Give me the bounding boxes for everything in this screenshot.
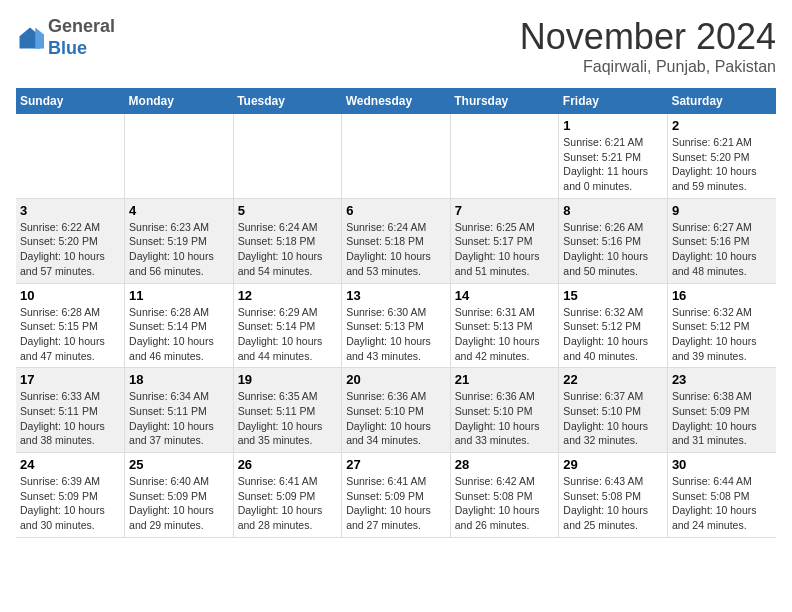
svg-marker-1: [35, 27, 44, 48]
day-info: Sunrise: 6:38 AM Sunset: 5:09 PM Dayligh…: [672, 389, 772, 448]
logo-blue: Blue: [48, 38, 115, 60]
calendar-day-cell: 24Sunrise: 6:39 AM Sunset: 5:09 PM Dayli…: [16, 453, 125, 538]
day-number: 4: [129, 203, 229, 218]
calendar-day-cell: 30Sunrise: 6:44 AM Sunset: 5:08 PM Dayli…: [667, 453, 776, 538]
day-number: 7: [455, 203, 555, 218]
day-info: Sunrise: 6:32 AM Sunset: 5:12 PM Dayligh…: [563, 305, 663, 364]
calendar-day-cell: 5Sunrise: 6:24 AM Sunset: 5:18 PM Daylig…: [233, 198, 342, 283]
weekday-header: Wednesday: [342, 88, 451, 114]
day-number: 17: [20, 372, 120, 387]
day-info: Sunrise: 6:39 AM Sunset: 5:09 PM Dayligh…: [20, 474, 120, 533]
calendar-week-row: 1Sunrise: 6:21 AM Sunset: 5:21 PM Daylig…: [16, 114, 776, 198]
weekday-header: Saturday: [667, 88, 776, 114]
empty-day-cell: [16, 114, 125, 198]
calendar-day-cell: 18Sunrise: 6:34 AM Sunset: 5:11 PM Dayli…: [125, 368, 234, 453]
calendar-day-cell: 13Sunrise: 6:30 AM Sunset: 5:13 PM Dayli…: [342, 283, 451, 368]
calendar-week-row: 10Sunrise: 6:28 AM Sunset: 5:15 PM Dayli…: [16, 283, 776, 368]
day-number: 1: [563, 118, 663, 133]
day-number: 11: [129, 288, 229, 303]
calendar-day-cell: 14Sunrise: 6:31 AM Sunset: 5:13 PM Dayli…: [450, 283, 559, 368]
weekday-header: Thursday: [450, 88, 559, 114]
calendar-day-cell: 3Sunrise: 6:22 AM Sunset: 5:20 PM Daylig…: [16, 198, 125, 283]
day-info: Sunrise: 6:29 AM Sunset: 5:14 PM Dayligh…: [238, 305, 338, 364]
weekday-header: Tuesday: [233, 88, 342, 114]
calendar-day-cell: 23Sunrise: 6:38 AM Sunset: 5:09 PM Dayli…: [667, 368, 776, 453]
empty-day-cell: [342, 114, 451, 198]
calendar-day-cell: 16Sunrise: 6:32 AM Sunset: 5:12 PM Dayli…: [667, 283, 776, 368]
day-info: Sunrise: 6:21 AM Sunset: 5:20 PM Dayligh…: [672, 135, 772, 194]
calendar-day-cell: 17Sunrise: 6:33 AM Sunset: 5:11 PM Dayli…: [16, 368, 125, 453]
day-number: 27: [346, 457, 446, 472]
page-header: General Blue November 2024 Faqirwali, Pu…: [16, 16, 776, 76]
day-number: 30: [672, 457, 772, 472]
calendar-day-cell: 25Sunrise: 6:40 AM Sunset: 5:09 PM Dayli…: [125, 453, 234, 538]
calendar-day-cell: 15Sunrise: 6:32 AM Sunset: 5:12 PM Dayli…: [559, 283, 668, 368]
day-info: Sunrise: 6:36 AM Sunset: 5:10 PM Dayligh…: [346, 389, 446, 448]
calendar-day-cell: 8Sunrise: 6:26 AM Sunset: 5:16 PM Daylig…: [559, 198, 668, 283]
calendar-day-cell: 27Sunrise: 6:41 AM Sunset: 5:09 PM Dayli…: [342, 453, 451, 538]
weekday-header-row: SundayMondayTuesdayWednesdayThursdayFrid…: [16, 88, 776, 114]
empty-day-cell: [233, 114, 342, 198]
day-info: Sunrise: 6:43 AM Sunset: 5:08 PM Dayligh…: [563, 474, 663, 533]
day-number: 3: [20, 203, 120, 218]
day-number: 24: [20, 457, 120, 472]
day-number: 25: [129, 457, 229, 472]
logo-text: General Blue: [48, 16, 115, 59]
calendar-day-cell: 22Sunrise: 6:37 AM Sunset: 5:10 PM Dayli…: [559, 368, 668, 453]
day-number: 20: [346, 372, 446, 387]
day-number: 22: [563, 372, 663, 387]
weekday-header: Monday: [125, 88, 234, 114]
day-info: Sunrise: 6:41 AM Sunset: 5:09 PM Dayligh…: [238, 474, 338, 533]
month-title: November 2024: [520, 16, 776, 58]
day-number: 10: [20, 288, 120, 303]
day-info: Sunrise: 6:41 AM Sunset: 5:09 PM Dayligh…: [346, 474, 446, 533]
title-area: November 2024 Faqirwali, Punjab, Pakista…: [520, 16, 776, 76]
day-info: Sunrise: 6:44 AM Sunset: 5:08 PM Dayligh…: [672, 474, 772, 533]
logo-icon: [16, 24, 44, 52]
day-info: Sunrise: 6:30 AM Sunset: 5:13 PM Dayligh…: [346, 305, 446, 364]
calendar-day-cell: 21Sunrise: 6:36 AM Sunset: 5:10 PM Dayli…: [450, 368, 559, 453]
day-info: Sunrise: 6:24 AM Sunset: 5:18 PM Dayligh…: [346, 220, 446, 279]
calendar-day-cell: 26Sunrise: 6:41 AM Sunset: 5:09 PM Dayli…: [233, 453, 342, 538]
calendar-day-cell: 1Sunrise: 6:21 AM Sunset: 5:21 PM Daylig…: [559, 114, 668, 198]
day-info: Sunrise: 6:33 AM Sunset: 5:11 PM Dayligh…: [20, 389, 120, 448]
calendar-day-cell: 12Sunrise: 6:29 AM Sunset: 5:14 PM Dayli…: [233, 283, 342, 368]
calendar-day-cell: 7Sunrise: 6:25 AM Sunset: 5:17 PM Daylig…: [450, 198, 559, 283]
day-info: Sunrise: 6:21 AM Sunset: 5:21 PM Dayligh…: [563, 135, 663, 194]
calendar-day-cell: 20Sunrise: 6:36 AM Sunset: 5:10 PM Dayli…: [342, 368, 451, 453]
day-info: Sunrise: 6:28 AM Sunset: 5:15 PM Dayligh…: [20, 305, 120, 364]
day-number: 26: [238, 457, 338, 472]
calendar-day-cell: 28Sunrise: 6:42 AM Sunset: 5:08 PM Dayli…: [450, 453, 559, 538]
day-info: Sunrise: 6:37 AM Sunset: 5:10 PM Dayligh…: [563, 389, 663, 448]
calendar-day-cell: 10Sunrise: 6:28 AM Sunset: 5:15 PM Dayli…: [16, 283, 125, 368]
day-number: 5: [238, 203, 338, 218]
day-info: Sunrise: 6:34 AM Sunset: 5:11 PM Dayligh…: [129, 389, 229, 448]
calendar-week-row: 17Sunrise: 6:33 AM Sunset: 5:11 PM Dayli…: [16, 368, 776, 453]
logo-general: General: [48, 16, 115, 38]
day-info: Sunrise: 6:32 AM Sunset: 5:12 PM Dayligh…: [672, 305, 772, 364]
day-number: 14: [455, 288, 555, 303]
day-info: Sunrise: 6:28 AM Sunset: 5:14 PM Dayligh…: [129, 305, 229, 364]
day-number: 29: [563, 457, 663, 472]
calendar-day-cell: 4Sunrise: 6:23 AM Sunset: 5:19 PM Daylig…: [125, 198, 234, 283]
calendar-day-cell: 19Sunrise: 6:35 AM Sunset: 5:11 PM Dayli…: [233, 368, 342, 453]
day-info: Sunrise: 6:23 AM Sunset: 5:19 PM Dayligh…: [129, 220, 229, 279]
day-number: 21: [455, 372, 555, 387]
calendar-day-cell: 29Sunrise: 6:43 AM Sunset: 5:08 PM Dayli…: [559, 453, 668, 538]
calendar-table: SundayMondayTuesdayWednesdayThursdayFrid…: [16, 88, 776, 538]
day-number: 12: [238, 288, 338, 303]
day-number: 13: [346, 288, 446, 303]
day-number: 23: [672, 372, 772, 387]
empty-day-cell: [450, 114, 559, 198]
day-number: 2: [672, 118, 772, 133]
location: Faqirwali, Punjab, Pakistan: [520, 58, 776, 76]
day-info: Sunrise: 6:26 AM Sunset: 5:16 PM Dayligh…: [563, 220, 663, 279]
weekday-header: Friday: [559, 88, 668, 114]
calendar-week-row: 24Sunrise: 6:39 AM Sunset: 5:09 PM Dayli…: [16, 453, 776, 538]
day-number: 28: [455, 457, 555, 472]
day-info: Sunrise: 6:24 AM Sunset: 5:18 PM Dayligh…: [238, 220, 338, 279]
day-info: Sunrise: 6:35 AM Sunset: 5:11 PM Dayligh…: [238, 389, 338, 448]
calendar-day-cell: 9Sunrise: 6:27 AM Sunset: 5:16 PM Daylig…: [667, 198, 776, 283]
calendar-week-row: 3Sunrise: 6:22 AM Sunset: 5:20 PM Daylig…: [16, 198, 776, 283]
day-number: 8: [563, 203, 663, 218]
